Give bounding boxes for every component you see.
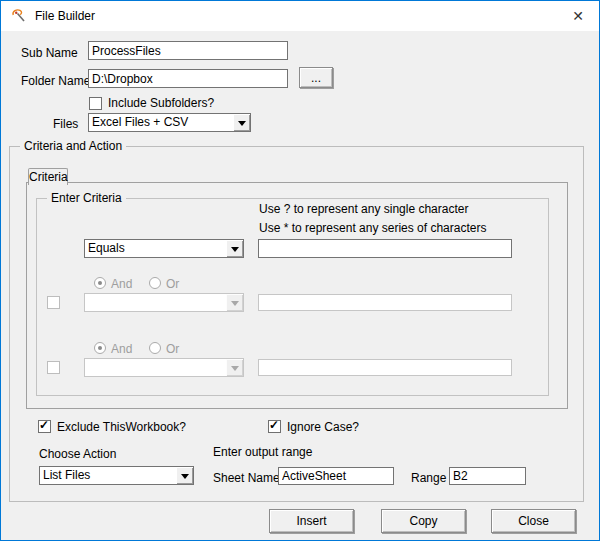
choose-action-arrow-icon[interactable] — [176, 467, 193, 484]
criteria-enable-3-checkbox[interactable] — [47, 361, 60, 374]
files-dropdown[interactable]: Excel Files + CSV — [88, 113, 251, 132]
criteria-operator-2-dropdown[interactable] — [84, 293, 244, 312]
sub-name-label: Sub Name — [21, 46, 78, 60]
and-radio-2[interactable] — [94, 277, 106, 289]
wildcard-hint-line1: Use ? to represent any single character — [259, 202, 468, 216]
exclude-thisworkbook-checkbox[interactable]: ✓ — [38, 420, 51, 433]
choose-action-dropdown[interactable]: List Files — [39, 466, 194, 485]
criteria-operator-1-value: Equals — [85, 240, 226, 257]
choose-action-label: Choose Action — [39, 447, 116, 461]
range-input[interactable] — [449, 467, 526, 485]
and-label-2: And — [111, 277, 132, 291]
criteria-value-3-input[interactable] — [258, 359, 512, 376]
title-bar: File Builder ✕ — [1, 1, 599, 31]
check-icon: ✓ — [269, 418, 279, 432]
range-label: Range — [411, 471, 446, 485]
tab-criteria[interactable]: Criteria — [28, 168, 68, 185]
sheet-name-label: Sheet Name — [213, 471, 280, 485]
browse-button[interactable]: ... — [299, 67, 333, 88]
enter-criteria-group-label: Enter Criteria — [47, 191, 126, 205]
criteria-operator-1-arrow-icon[interactable] — [226, 240, 243, 257]
file-builder-window: File Builder ✕ Sub Name Folder Name ... … — [0, 0, 600, 541]
criteria-enable-2-checkbox[interactable] — [47, 296, 60, 309]
criteria-value-1-input[interactable] — [258, 239, 512, 258]
choose-action-value: List Files — [40, 467, 176, 484]
exclude-thisworkbook-label: Exclude ThisWorkbook? — [57, 420, 186, 434]
criteria-operator-3-value — [85, 359, 226, 376]
check-icon: ✓ — [39, 418, 49, 432]
criteria-operator-1-dropdown[interactable]: Equals — [84, 239, 244, 258]
window-title: File Builder — [35, 1, 95, 31]
copy-button[interactable]: Copy — [381, 509, 466, 533]
criteria-operator-3-arrow-icon[interactable] — [226, 359, 243, 376]
or-radio-3[interactable] — [149, 342, 161, 354]
close-icon[interactable]: ✕ — [561, 1, 595, 31]
criteria-value-2-input[interactable] — [258, 294, 512, 311]
folder-name-input[interactable] — [88, 69, 288, 88]
files-dropdown-arrow-icon[interactable] — [233, 114, 250, 131]
insert-button[interactable]: Insert — [269, 509, 354, 533]
criteria-operator-2-arrow-icon[interactable] — [226, 294, 243, 311]
include-subfolders-checkbox[interactable] — [89, 97, 102, 110]
folder-name-label: Folder Name — [21, 74, 90, 88]
and-label-3: And — [111, 342, 132, 356]
or-label-3: Or — [166, 342, 179, 356]
sub-name-input[interactable] — [88, 41, 288, 60]
ignore-case-checkbox[interactable]: ✓ — [268, 420, 281, 433]
files-dropdown-value: Excel Files + CSV — [89, 114, 233, 131]
wildcard-hint-line2: Use * to represent any series of charact… — [259, 221, 486, 235]
criteria-operator-2-value — [85, 294, 226, 311]
app-wand-icon — [11, 8, 27, 24]
close-button[interactable]: Close — [491, 509, 576, 533]
and-radio-3[interactable] — [94, 342, 106, 354]
or-radio-2[interactable] — [149, 277, 161, 289]
include-subfolders-label: Include Subfolders? — [108, 96, 214, 110]
or-label-2: Or — [166, 277, 179, 291]
enter-output-range-label: Enter output range — [213, 445, 312, 459]
criteria-action-group-label: Criteria and Action — [20, 139, 126, 153]
files-label: Files — [53, 117, 78, 131]
ignore-case-label: Ignore Case? — [287, 420, 359, 434]
criteria-operator-3-dropdown[interactable] — [84, 358, 244, 377]
sheet-name-input[interactable] — [278, 467, 394, 485]
